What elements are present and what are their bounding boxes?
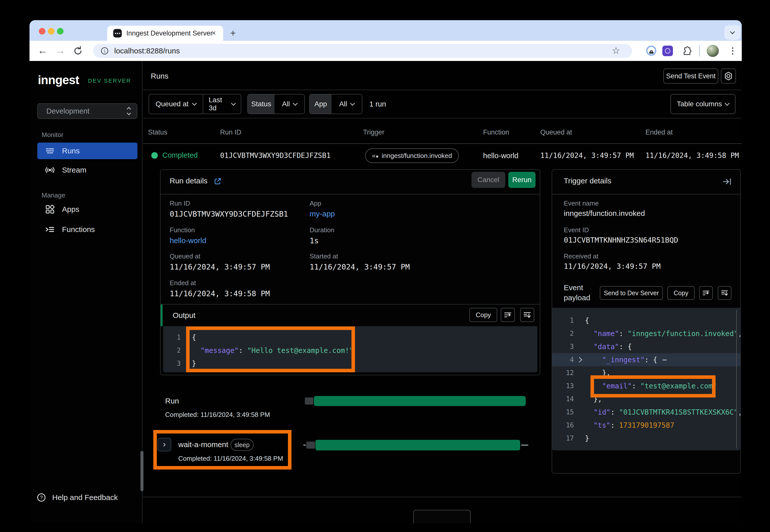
payload-word-wrap-button[interactable]: [699, 286, 713, 300]
code-line-15: 15"id": "01JCVBTMTKR41S8STTKEXSKX6C",: [552, 406, 740, 419]
external-link-icon[interactable]: [214, 177, 222, 185]
step-expand-button[interactable]: ›: [157, 438, 171, 451]
col-ended-at[interactable]: Ended at: [646, 126, 673, 139]
app-label: App: [310, 199, 321, 207]
chevron-down-icon: [231, 101, 236, 106]
rerun-button[interactable]: Rerun: [508, 172, 535, 188]
output-copy-button[interactable]: Copy: [469, 308, 497, 322]
row-ended-at: 11/16/2024, 3:49:58 PM: [646, 150, 739, 161]
card-header-divider: [160, 194, 540, 194]
filter-divider: [143, 118, 742, 118]
traffic-light-zoom[interactable]: [57, 28, 63, 35]
cancel-button[interactable]: Cancel: [471, 172, 505, 188]
word-wrap-button[interactable]: [501, 308, 515, 322]
word-wrap-icon: [503, 311, 512, 319]
env-select[interactable]: Development: [37, 103, 137, 119]
help-feedback-label: Help and Feedback: [52, 493, 118, 502]
run-id-label: Run ID: [170, 199, 190, 207]
chevron-down-icon: [730, 29, 735, 34]
table-columns-label: Table columns: [677, 100, 722, 108]
bookmark-star-icon[interactable]: ☆: [612, 44, 620, 58]
line-number: 3: [560, 343, 574, 350]
scroll-bottom-button[interactable]: [520, 308, 534, 322]
step-name[interactable]: wait-a-moment: [178, 439, 228, 450]
step-span-bar[interactable]: [315, 440, 520, 450]
traffic-light-minimize[interactable]: [48, 28, 54, 35]
browser-menu-icon[interactable]: ⋮: [728, 41, 737, 61]
site-info-icon[interactable]: i: [101, 47, 109, 55]
col-trigger[interactable]: Trigger: [363, 126, 384, 139]
password-manager-icon[interactable]: [646, 46, 656, 56]
extensions-puzzle-icon[interactable]: [681, 45, 692, 56]
env-select-value: Development: [46, 107, 127, 115]
run-span-bar[interactable]: [314, 396, 526, 406]
word-wrap-icon: [702, 289, 710, 297]
status-filter-value: All: [282, 100, 290, 108]
line-number: 1: [560, 317, 574, 324]
code-line-1: 1{: [163, 331, 537, 344]
fold-chevron-icon[interactable]: [576, 357, 583, 363]
row-status[interactable]: Completed: [162, 150, 198, 161]
sidebar-item-label: Functions: [62, 225, 95, 234]
sidebar-item-runs[interactable]: Runs: [37, 143, 137, 159]
table-columns-button[interactable]: Table columns: [670, 94, 735, 114]
event-name-label: Event name: [564, 199, 599, 207]
app-link[interactable]: my-app: [310, 210, 335, 218]
svg-text:?: ?: [40, 495, 43, 500]
col-queued-at[interactable]: Queued at: [540, 126, 572, 139]
row-function[interactable]: hello-world: [483, 150, 518, 161]
help-feedback-item[interactable]: ? Help and Feedback: [37, 493, 118, 502]
col-status[interactable]: Status: [148, 126, 167, 139]
send-test-event-button[interactable]: Send Test Event: [663, 69, 718, 84]
started-label: Started at: [310, 252, 338, 260]
run-details-title: Run details: [170, 175, 208, 186]
tab-search-button[interactable]: [724, 25, 741, 40]
line-number: 16: [560, 421, 574, 429]
line-number: 1: [171, 334, 181, 341]
line-number: 3: [171, 360, 181, 367]
cutoff-button[interactable]: [413, 510, 471, 523]
sidebar-item-apps[interactable]: Apps: [37, 201, 137, 218]
payload-scrollbar[interactable]: [736, 310, 737, 448]
new-tab-button[interactable]: +: [230, 26, 236, 41]
col-run-id[interactable]: Run ID: [220, 126, 241, 139]
sidebar-item-stream[interactable]: Stream: [37, 162, 137, 178]
gear-icon: [724, 71, 733, 81]
settings-gear-button[interactable]: [721, 69, 736, 84]
payload-scroll-bottom-button[interactable]: [718, 286, 731, 300]
code-line-2: 2"message": "Hello test@example.com!": [163, 344, 537, 357]
traffic-light-close[interactable]: [39, 28, 45, 35]
timeline-run-label[interactable]: Run: [165, 396, 179, 406]
row-run-id[interactable]: 01JCVBTMV3WXY9D3CFDEJFZSB1: [220, 150, 331, 161]
sidebar-item-label: Apps: [62, 205, 79, 214]
payload-copy-button[interactable]: Copy: [667, 286, 695, 300]
url-text[interactable]: localhost:8288/runs: [114, 44, 180, 58]
status-filter[interactable]: Status All: [247, 94, 305, 114]
back-icon[interactable]: ←: [38, 41, 48, 61]
app-filter[interactable]: App All: [309, 94, 362, 114]
chevron-down-icon: [293, 101, 298, 106]
forward-icon[interactable]: →: [55, 41, 65, 61]
tab-close-icon[interactable]: ×: [212, 26, 216, 41]
sidebar-item-functions[interactable]: Functions: [37, 221, 137, 238]
avatar[interactable]: [707, 45, 719, 57]
trigger-badge[interactable]: «● inngest/function.invoked: [365, 148, 459, 163]
time-filter[interactable]: Queued at Last 3d: [148, 94, 241, 114]
scrollbar-thumb[interactable]: [140, 451, 143, 491]
send-to-dev-server-button[interactable]: Send to Dev Server: [600, 286, 663, 300]
function-link[interactable]: hello-world: [170, 236, 206, 245]
step-completed: Completed: 11/16/2024, 3:49:58 PM: [178, 454, 283, 463]
app-filter-label: App: [310, 94, 332, 114]
extension-icon[interactable]: [662, 46, 673, 56]
code-line-12: 12},: [552, 366, 740, 379]
help-icon: ?: [37, 493, 46, 502]
time-range-value: Last 3d: [209, 96, 228, 112]
app-filter-value: All: [339, 100, 347, 108]
chevron-down-icon: [192, 101, 197, 106]
payload-code-block: 1{2"name": "inngest/function.invoked",3"…: [552, 308, 740, 450]
collapse-panel-icon[interactable]: [722, 178, 732, 185]
row-queued-at: 11/16/2024, 3:49:57 PM: [540, 150, 634, 161]
col-function[interactable]: Function: [483, 126, 509, 139]
main-bottom-divider: [143, 497, 742, 497]
reload-icon[interactable]: [72, 45, 83, 56]
